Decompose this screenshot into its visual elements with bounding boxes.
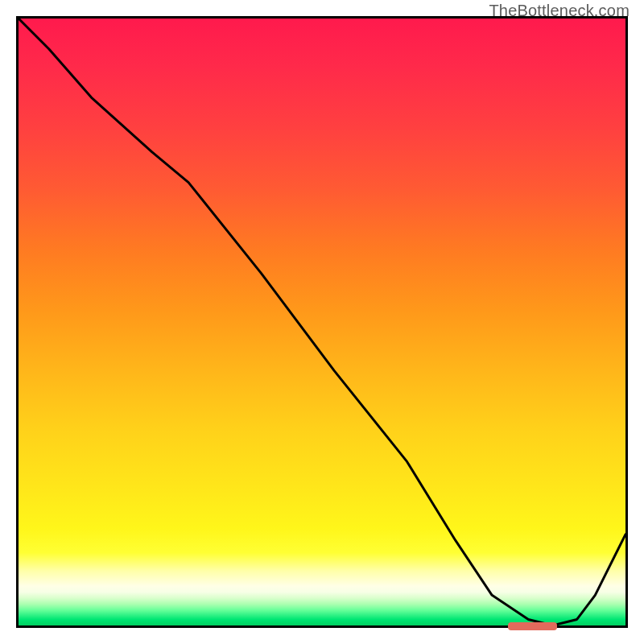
- bottleneck-curve: [19, 19, 625, 625]
- chart-container: TheBottleneck.com: [0, 0, 644, 644]
- plot-frame: [16, 16, 628, 628]
- optimal-range-marker: [508, 622, 557, 630]
- curve-svg: [19, 19, 625, 625]
